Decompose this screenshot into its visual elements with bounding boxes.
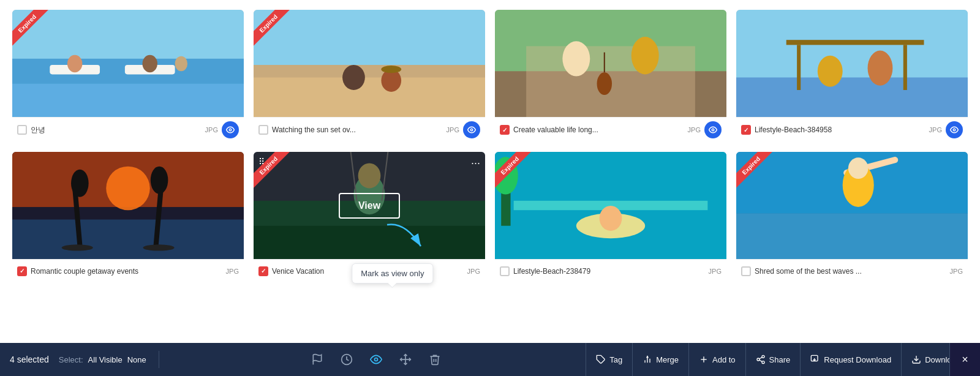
svg-point-5 [67,55,83,73]
checkbox-7[interactable] [500,266,510,276]
add-to-label: Add to [712,355,736,364]
eye-btn-2[interactable] [463,121,480,138]
checkbox-6[interactable] [258,266,268,276]
image-card-6: Expired View ··· ⠿ [254,152,485,282]
img-wrapper-1: Expired [12,10,244,117]
svg-point-20 [631,37,659,74]
image-card-3: Create valuable life long... JPG [495,10,726,142]
file-type-5: JPG [226,268,239,275]
tag-button[interactable]: Tag [586,343,632,376]
svg-point-29 [818,56,843,87]
checkbox-5[interactable] [17,266,27,276]
merge-button[interactable]: Merge [632,343,688,376]
request-download-button[interactable]: Request Download [800,343,901,376]
svg-point-6 [142,55,157,73]
checkbox-4[interactable] [741,125,751,135]
img-wrapper-5 [12,152,244,259]
svg-rect-25 [736,77,968,117]
svg-point-21 [597,72,612,95]
move-icon-btn[interactable] [397,351,414,368]
svg-point-37 [71,170,89,197]
svg-point-54 [600,206,622,231]
svg-point-8 [229,129,232,131]
toolbar-divider-1 [159,351,159,368]
image-card-4: Lifestyle-Beach-384958 JPG [736,10,968,142]
svg-point-30 [868,51,893,86]
card-title-1: 안녕 [31,125,202,135]
share-button[interactable]: Share [745,343,801,376]
checkbox-3[interactable] [500,125,510,135]
svg-point-31 [953,129,956,131]
image-card-5: Romantic couple getaway events JPG [12,152,244,282]
file-type-1: JPG [205,126,218,133]
image-card-7: Expired Lifestyle-Beach-238479 [495,152,726,282]
file-type-8: JPG [950,268,963,275]
file-type-6: JPG [467,268,480,275]
card-footer-3: Create valuable life long... JPG [495,117,726,142]
select-none[interactable]: None [127,355,146,364]
flag-icon-btn[interactable] [309,351,326,368]
tooltip-text: Mark as view only [361,269,424,278]
tag-label: Tag [609,355,622,364]
bottom-toolbar: 4 selected Select: All Visible None [0,343,980,376]
close-button[interactable]: × [949,343,980,376]
clock-icon-btn[interactable] [338,351,355,368]
expired-ribbon-8: Expired [736,152,774,189]
card-title-2: Watching the sun set ov... [272,126,443,134]
svg-line-78 [759,357,762,359]
eye-btn-1[interactable] [222,121,239,138]
expired-ribbon-7: Expired [495,152,533,189]
eye-icon-btn[interactable] [368,351,385,368]
checkbox-2[interactable] [258,125,268,135]
checkbox-8[interactable] [741,266,751,276]
svg-point-14 [381,66,401,73]
toolbar-action-buttons: Tag Merge Add to [586,343,970,376]
svg-point-65 [374,358,377,361]
image-grid: Expired 안녕 JPG [10,7,970,285]
add-to-button[interactable]: Add to [688,343,745,376]
card-title-5: Romantic couple getaway events [31,267,222,276]
image-card-1: Expired 안녕 JPG [12,10,244,142]
expired-ribbon-2: Expired [254,10,292,47]
card-footer-7: Lifestyle-Beach-238479 JPG [495,259,726,282]
card-footer-2: Watching the sun set ov... JPG [254,117,485,142]
svg-point-15 [470,129,473,131]
svg-point-76 [762,361,764,364]
img-wrapper-7: Expired [495,152,726,259]
trash-icon-btn[interactable] [426,351,443,368]
svg-point-19 [562,41,590,76]
svg-rect-26 [786,40,924,45]
image-card-8: Expired Shred some of the best waves ...… [736,152,968,282]
img-wrapper-6: Expired View ··· ⠿ [254,152,485,259]
eye-btn-3[interactable] [704,121,722,138]
svg-point-74 [762,355,764,358]
svg-rect-2 [12,84,244,117]
request-download-label: Request Download [824,355,891,364]
svg-rect-58 [736,213,968,259]
selected-count: 4 selected [10,355,59,364]
img-wrapper-3 [495,10,726,117]
card-footer-5: Romantic couple getaway events JPG [12,259,244,282]
svg-point-62 [848,157,869,179]
card-footer-1: 안녕 JPG [12,117,244,142]
select-all-visible[interactable]: All Visible [88,355,123,364]
drag-icon[interactable]: ⠿ [258,157,265,167]
card-footer-4: Lifestyle-Beach-384958 JPG [736,117,968,142]
tooltip-box: Mark as view only [352,263,433,284]
eye-btn-4[interactable] [946,121,963,138]
file-type-2: JPG [447,126,459,133]
image-card-2: Expired Watching the sun set ov... JPG [254,10,485,142]
three-dots-icon[interactable]: ··· [471,157,480,170]
card-title-4: Lifestyle-Beach-384958 [755,126,925,134]
svg-point-39 [151,167,168,194]
svg-rect-11 [254,77,485,117]
main-content: Expired 안녕 JPG [0,0,980,343]
file-type-3: JPG [688,126,701,133]
svg-line-77 [759,360,762,362]
checkbox-1[interactable] [17,125,27,135]
view-button[interactable]: View [339,193,400,219]
file-type-4: JPG [929,126,942,133]
toolbar-icons [167,351,586,368]
merge-label: Merge [656,355,679,364]
img-wrapper-8: Expired [736,152,968,259]
